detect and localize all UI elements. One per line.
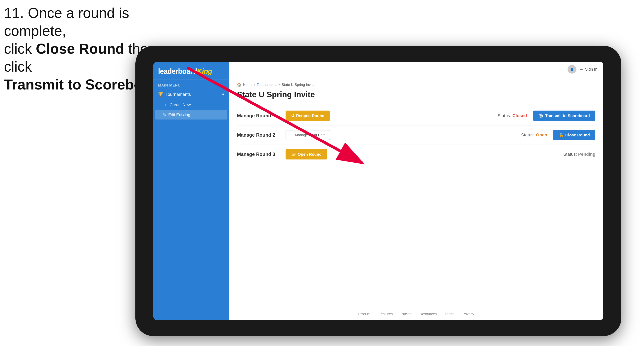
- reopen-label: Reopen Round: [296, 114, 324, 118]
- round-2-status-value: Open: [536, 133, 547, 137]
- footer-pricing[interactable]: Pricing: [401, 312, 412, 316]
- close-label: Close Round: [565, 133, 590, 137]
- footer-resources[interactable]: Resources: [420, 312, 437, 316]
- footer-privacy[interactable]: Privacy: [462, 312, 474, 316]
- transmit-icon: 📡: [539, 113, 544, 118]
- nav-edit-existing-label: Edit Existing: [168, 113, 190, 117]
- round-2-status: Status: Open: [521, 133, 547, 138]
- footer-product[interactable]: Product: [358, 312, 370, 316]
- breadcrumb-tournaments[interactable]: Tournaments: [257, 83, 278, 87]
- logo-part1: leaderboard: [158, 67, 197, 75]
- logo-area: leaderboardKing: [153, 62, 229, 80]
- nav-tournaments[interactable]: 🏆 Tournaments ▾: [153, 89, 229, 100]
- round-3-title: Manage Round 3: [237, 152, 281, 157]
- open-label: Open Round: [298, 152, 322, 157]
- app-container: leaderboardKing MAIN MENU 🏆 Tournaments …: [153, 62, 604, 320]
- nav-create-new-label: Create New: [170, 103, 191, 107]
- logo-part2: King: [197, 67, 212, 75]
- manage-audit-button[interactable]: ☰ Manage/Audit Data: [286, 130, 330, 140]
- sidebar: leaderboardKing MAIN MENU 🏆 Tournaments …: [153, 62, 229, 320]
- round-1-right: Status: Closed 📡 Transmit to Scoreboard: [498, 111, 596, 121]
- reopen-icon: ↺: [291, 113, 294, 118]
- transmit-label: Transmit to Scoreboard: [545, 114, 590, 118]
- round-2-left: Manage Round 2 ☰ Manage/Audit Data: [237, 130, 330, 140]
- round-3-section: Manage Round 3 📂 Open Round Status: Pend…: [237, 145, 596, 164]
- nav-tournaments-label: Tournaments: [166, 92, 191, 97]
- manage-label: Manage/Audit Data: [295, 133, 326, 137]
- round-2-section: Manage Round 2 ☰ Manage/Audit Data Statu…: [237, 126, 596, 145]
- manage-icon: ☰: [290, 133, 293, 137]
- logo: leaderboardKing: [158, 67, 224, 76]
- breadcrumb: 🏠 Home / Tournaments / State U Spring In…: [237, 83, 596, 87]
- footer: Product Features Pricing Resources Terms…: [229, 308, 604, 320]
- close-round-button[interactable]: 🔒 Close Round: [553, 130, 596, 140]
- round-2-right: Status: Open 🔒 Close Round: [521, 130, 596, 140]
- round-3-status-value: Pending: [578, 152, 596, 157]
- main-content: 👤 → Sign In 🏠 Home / Tournaments: [229, 62, 604, 320]
- round-1-title: Manage Round 1: [237, 113, 281, 119]
- open-round-button[interactable]: 📂 Open Round: [286, 149, 327, 160]
- nav-edit-existing[interactable]: ✎ Edit Existing: [155, 110, 228, 120]
- round-3-right: Status: Pending: [563, 152, 596, 157]
- close-icon: 🔒: [559, 133, 564, 137]
- round-1-left: Manage Round 1 ↺ Reopen Round: [237, 111, 330, 121]
- tablet-screen: leaderboardKing MAIN MENU 🏆 Tournaments …: [153, 62, 604, 320]
- page-title: State U Spring Invite: [237, 90, 596, 99]
- instruction-line1: 11. Once a round is complete,: [4, 4, 183, 40]
- edit-icon: ✎: [163, 112, 166, 117]
- home-icon: 🏠: [237, 83, 241, 87]
- open-icon: 📂: [291, 152, 296, 157]
- avatar: 👤: [568, 65, 576, 74]
- signin-arrow-icon: →: [580, 67, 584, 72]
- trophy-icon: 🏆: [158, 92, 164, 97]
- breadcrumb-sep2: /: [279, 83, 280, 87]
- user-icon: 👤: [570, 67, 574, 71]
- breadcrumb-sep1: /: [254, 83, 255, 87]
- round-1-status-value: Closed: [512, 113, 527, 118]
- plus-icon: ＋: [164, 102, 168, 108]
- instruction-bold1: Close Round: [36, 41, 124, 57]
- round-3-left: Manage Round 3 📂 Open Round: [237, 149, 327, 160]
- chevron-down-icon: ▾: [222, 92, 224, 97]
- footer-features[interactable]: Features: [378, 312, 393, 316]
- nav-create-new[interactable]: ＋ Create New: [153, 100, 229, 110]
- round-2-title: Manage Round 2: [237, 132, 281, 138]
- tablet-frame: leaderboardKing MAIN MENU 🏆 Tournaments …: [136, 46, 621, 336]
- transmit-scoreboard-button[interactable]: 📡 Transmit to Scoreboard: [533, 111, 596, 121]
- main-menu-label: MAIN MENU: [153, 80, 229, 89]
- reopen-round-button[interactable]: ↺ Reopen Round: [286, 111, 330, 121]
- content-area: 🏠 Home / Tournaments / State U Spring In…: [229, 77, 604, 308]
- sign-in-button[interactable]: → Sign In: [580, 67, 598, 72]
- top-bar: 👤 → Sign In: [229, 62, 604, 77]
- footer-terms[interactable]: Terms: [445, 312, 454, 316]
- round-1-section: Manage Round 1 ↺ Reopen Round Status: Cl…: [237, 106, 596, 126]
- breadcrumb-home[interactable]: Home: [243, 83, 252, 87]
- breadcrumb-current: State U Spring Invite: [282, 83, 314, 87]
- sign-in-label: Sign In: [585, 67, 598, 72]
- round-3-status: Status: Pending: [563, 152, 596, 157]
- round-1-status: Status: Closed: [498, 113, 527, 118]
- nav-tournaments-left: 🏆 Tournaments: [158, 92, 191, 97]
